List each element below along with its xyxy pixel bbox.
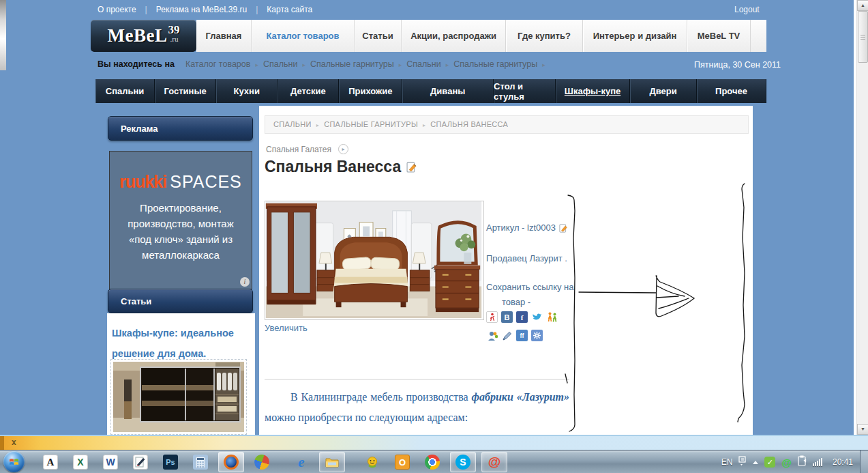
edit-icon[interactable] [559, 223, 569, 233]
vkontakte-icon[interactable]: B [501, 311, 513, 323]
ie-icon: e [294, 455, 309, 470]
show-desktop-button[interactable] [860, 450, 868, 473]
product-photo[interactable] [265, 201, 484, 320]
nav-where-to-buy[interactable]: Где купить? [506, 20, 583, 52]
taskbar-clock[interactable]: 20:41 [828, 457, 857, 467]
crumb-bedroom-sets[interactable]: Спальные гарнитуры [310, 59, 402, 69]
network-signal-icon[interactable] [813, 458, 822, 466]
cat-doors[interactable]: Двери [630, 79, 697, 103]
article-link[interactable]: Шкафы-купе: идеальное решение для дома. [112, 323, 247, 364]
enlarge-link[interactable]: Увеличить [265, 323, 308, 333]
show-hidden-icons-button[interactable] [753, 461, 758, 464]
sku-line: Артикул - lzt0003 [486, 223, 569, 233]
friendfeed-icon[interactable]: ff [516, 330, 528, 341]
calculator-icon [193, 455, 208, 470]
logo-tld: .ru [170, 35, 178, 43]
taskbar-item-internet-explorer[interactable]: e [289, 453, 314, 472]
taskbar-item-chrome[interactable] [420, 453, 445, 472]
top-link-sitemap[interactable]: Карта сайта [267, 5, 312, 14]
crumb-catalog[interactable]: Каталог товаров [185, 59, 258, 69]
scrollbar-thumb[interactable] [858, 11, 868, 63]
top-link-about[interactable]: О проекте [98, 5, 147, 14]
crumb-bedrooms-2[interactable]: Спальни [406, 59, 449, 69]
nav-mebel-tv[interactable]: MeBeL TV [687, 20, 751, 52]
keyboard-layout-icon[interactable] [738, 456, 747, 468]
prev-product-link[interactable]: Спальня Галатея ▸ [266, 144, 348, 154]
notification-bar-edge [0, 436, 4, 450]
tray-agent-online-icon[interactable]: @ [781, 457, 792, 468]
bobrdobr-icon[interactable] [546, 311, 558, 323]
logo-name: MeBeL [108, 25, 168, 46]
category-navigation: Спальни Гостиные Кухни Детские Прихожие … [95, 79, 766, 103]
windows-logo-icon [8, 457, 20, 467]
location-prefix: Вы находитесь на [98, 59, 175, 69]
save-link-text-2: товар - [502, 297, 530, 307]
crumb-bedrooms[interactable]: Спальни [263, 59, 305, 69]
vertical-scrollbar[interactable]: ▲ ▼ [856, 0, 868, 435]
nav-interior-design[interactable]: Интерьер и дизайн [583, 20, 687, 52]
taskbar-item-word[interactable]: W [98, 453, 123, 472]
content-breadcrumb: СПАЛЬНИСПАЛЬНЫЕ ГАРНИТУРЫСПАЛЬНЯ ВАНЕССА [265, 115, 749, 134]
seller-link[interactable]: Лазурит [529, 253, 562, 263]
start-button[interactable] [3, 451, 25, 472]
cat-bedrooms[interactable]: Спальни [95, 79, 155, 103]
taskbar-item-outlook[interactable]: O [390, 453, 415, 472]
language-indicator[interactable]: EN [721, 457, 733, 467]
cat-wardrobes[interactable]: Шкафы-купе [556, 79, 630, 103]
taskbar-item-abbyy[interactable]: A [38, 453, 63, 472]
scroll-up-button[interactable]: ▲ [857, 0, 868, 11]
cat-tables-chairs[interactable]: Стол и стулья [494, 79, 556, 103]
cat-other[interactable]: Прочее [697, 79, 766, 103]
nav-articles[interactable]: Статьи [355, 20, 402, 52]
facebook-icon[interactable]: f [516, 311, 528, 323]
window-edge-artifact [0, 0, 6, 70]
nav-catalog[interactable]: Каталог товаров [252, 20, 355, 52]
cat-kids[interactable]: Детские [278, 79, 339, 103]
taskbar-item-photoshop[interactable]: Ps [158, 453, 183, 472]
nav-sales[interactable]: Акции, распродажи [402, 20, 506, 52]
taskbar-item-excel[interactable]: X [68, 453, 93, 472]
cbread-vanessa: СПАЛЬНЯ ВАНЕССА [430, 120, 508, 128]
description-paragraph: В Калининграде мебель производства фабри… [265, 387, 569, 428]
edit-icon[interactable] [406, 161, 418, 173]
site-logo[interactable]: MeBeL 39 .ru [91, 20, 196, 52]
twitter-icon[interactable] [531, 311, 543, 323]
cat-sofas[interactable]: Диваны [402, 79, 494, 103]
sidebar-articles-header: Статьи [108, 289, 253, 313]
liveinternet-icon[interactable] [531, 330, 543, 341]
taskbar-item-skype[interactable]: S [450, 452, 476, 472]
cat-hallways[interactable]: Прихожие [339, 79, 402, 103]
tray-safely-remove-icon[interactable] [798, 455, 807, 469]
ad-info-icon[interactable]: i [240, 277, 250, 287]
cbread-bedrooms[interactable]: СПАЛЬНИ [273, 120, 324, 128]
close-icon[interactable]: x [12, 438, 16, 447]
taskbar-item-pinwheel-app[interactable] [250, 453, 274, 472]
cat-living-rooms[interactable]: Гостиные [155, 79, 216, 103]
main-navigation: Главная Каталог товаров Статьи Акции, ра… [196, 20, 766, 52]
taskbar-item-icq[interactable] [360, 453, 385, 472]
yandex-bookmarks-icon[interactable] [486, 311, 498, 323]
top-link-advertise[interactable]: Реклама на MeBeL39.ru [156, 5, 258, 14]
firefox-icon [224, 455, 239, 470]
cat-kitchens[interactable]: Кухни [216, 79, 278, 103]
share-icons-row-2: ff [486, 330, 543, 341]
taskbar-item-mailru-agent[interactable]: @ [481, 452, 507, 472]
livejournal-pencil-icon[interactable] [501, 330, 513, 341]
taskbar-item-explorer[interactable] [319, 452, 345, 472]
tray-green-check-icon[interactable]: ✓ [764, 457, 775, 468]
taskbar-item-text-editor[interactable] [128, 453, 153, 472]
ruukki-ad-banner[interactable]: ruukkiSPACES Проектирование, производств… [109, 151, 252, 289]
notification-bar: x [0, 435, 868, 450]
site-top-bar: О проекте Реклама на MeBeL39.ru Карта са… [98, 0, 321, 19]
moimir-icon[interactable] [486, 330, 498, 341]
article-thumbnail[interactable] [110, 359, 247, 435]
scroll-down-button[interactable]: ▼ [857, 424, 868, 435]
excel-icon: X [73, 455, 88, 470]
taskbar-item-calculator[interactable] [188, 453, 213, 472]
taskbar-item-firefox[interactable] [218, 452, 244, 472]
crumb-bedroom-sets-2[interactable]: Спальные гарнитуры [453, 59, 545, 69]
logout-link[interactable]: Logout [734, 5, 760, 14]
nav-home[interactable]: Главная [196, 20, 252, 52]
current-date: Пятница, 30 Сен 2011 [694, 60, 781, 70]
cbread-sets[interactable]: СПАЛЬНЫЕ ГАРНИТУРЫ [324, 120, 430, 128]
